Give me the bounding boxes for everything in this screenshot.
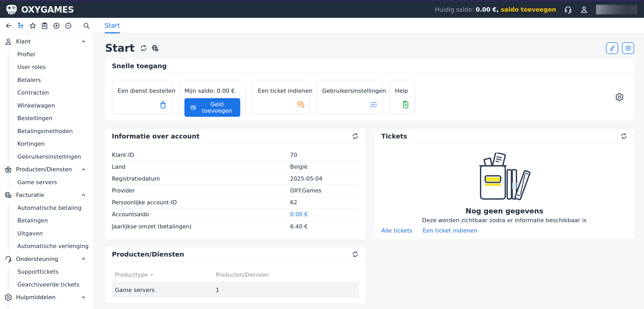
sidebar-item-contracten[interactable]: Contracten [0, 86, 94, 99]
add-balance-link[interactable]: saldo toevoegen [501, 6, 556, 13]
empty-state-subtitle: Deze worden zichtbaar zodra er informati… [422, 217, 587, 223]
tile-help[interactable]: Help [389, 80, 415, 114]
chevron-up-icon [81, 256, 86, 262]
sidebar-item-automatische-betaling[interactable]: Automatische betaling [0, 202, 94, 214]
sidebar-section-label: Ondersteuning [16, 256, 58, 262]
sidebar-item-user-roles[interactable]: User roles [0, 61, 94, 74]
dashboard-settings-button[interactable] [622, 42, 634, 54]
sidebar-item-betalingsmethoden[interactable]: Betalingsmethoden [0, 125, 94, 138]
user-icon [4, 38, 12, 45]
column-producttype[interactable]: Producttype [115, 272, 148, 278]
row-label: Land [112, 164, 290, 170]
zoom-out-icon[interactable] [65, 22, 72, 29]
refresh-icon[interactable] [352, 133, 359, 140]
sidebar-section-klant[interactable]: Klant [0, 35, 94, 48]
tile-label: Een dienst bestellen [118, 88, 167, 94]
chevron-up-icon [81, 39, 86, 44]
row-label: Persoonlijke account-ID [112, 199, 290, 206]
back-arrow-icon[interactable] [5, 22, 13, 29]
products-card: Producten/Diensten Producttype [105, 247, 366, 303]
sidebar-section-producten-diensten[interactable]: Producten/Diensten [0, 163, 94, 176]
sidebar-section-label: Facturatie [16, 192, 44, 198]
username-redacted[interactable] [596, 5, 637, 14]
sidebar-item-supporttickets[interactable]: Supporttickets [0, 265, 94, 278]
clipboard-icon[interactable] [41, 22, 48, 29]
brand-logo[interactable]: OXYGAMES [6, 4, 74, 15]
sidebar-item-winkelwagen[interactable]: Winkelwagen [0, 99, 94, 112]
zoom-in-icon[interactable] [53, 22, 60, 29]
add-funds-label: Geld toevoegen [199, 101, 235, 114]
tile-label: Een ticket indienen [258, 88, 305, 94]
products-title: Producten/Diensten [112, 251, 184, 258]
gear-icon [4, 293, 12, 301]
account-info-row: Jaarlijkse omzet (betalingen) 6.40 € [112, 220, 359, 232]
products-table-row[interactable]: Game servers 1 [112, 282, 359, 298]
support-headset-icon[interactable] [564, 5, 572, 14]
sidebar-item-betalers[interactable]: Betalers [0, 74, 94, 87]
sidebar-section-hulpmiddelen[interactable]: Hulpmiddelen [0, 291, 94, 304]
tile-my-balance: Mijn saldo: 0.00 € Geld toevoegen [179, 80, 246, 114]
sidebar-section-label: Hulpmiddelen [16, 294, 56, 300]
tile-order-service[interactable]: Een dienst bestellen [112, 80, 173, 114]
column-producten-diensten[interactable]: Producten/Diensten [216, 272, 269, 278]
add-funds-button[interactable]: Geld toevoegen [184, 98, 240, 117]
balance-summary: Huidig saldo: 0.00 €, saldo toevoegen [435, 6, 556, 13]
sidebar-section-ondersteuning[interactable]: Ondersteuning [0, 253, 94, 266]
gamepad-skull-logo-icon [6, 4, 18, 15]
all-tickets-link[interactable]: Alle tickets [381, 227, 412, 234]
empty-box-illustration [466, 153, 543, 204]
account-info-row: Provider OXY.Games [112, 185, 359, 197]
account-balance-link[interactable]: 0.00 € [290, 211, 308, 218]
search-icon[interactable] [83, 22, 90, 29]
account-info-row: Registratiedatum 2025-05-04 [112, 173, 359, 185]
sidebar-sublist-hulpmiddelen [0, 304, 94, 309]
tab-start[interactable]: Start [105, 18, 120, 33]
submit-ticket-link[interactable]: Een ticket indienen [423, 227, 477, 234]
sidebar-item-betalingen[interactable]: Betalingen [0, 214, 94, 227]
tile-label: Gebruikersinstellingen [322, 88, 377, 94]
sidebar-item-profiel[interactable]: Profiel [0, 48, 94, 61]
row-label: Accountsaldo [112, 211, 290, 218]
browser-toolbar: Start [0, 18, 644, 34]
sidebar-item-automatische-verlenging[interactable]: Automatische verlenging [0, 240, 94, 253]
chevron-up-icon [81, 167, 86, 172]
chevron-up-icon [81, 295, 86, 300]
account-info-row: Klant-ID 70 [112, 149, 359, 161]
row-label: Klant-ID [112, 152, 290, 158]
balance-value: 0.00 €, [476, 6, 499, 13]
sidebar-item-gebruikersinstellingen[interactable]: Gebruikersinstellingen [0, 150, 94, 163]
account-info-title: Informatie over account [112, 133, 199, 140]
sidebar-item-kortingen[interactable]: Kortingen [0, 137, 94, 150]
sidebar-item-bestellingen[interactable]: Bestellingen [0, 112, 94, 125]
sidebar-item-game-servers[interactable]: Game servers [0, 176, 94, 189]
account-info-row: Persoonlijke account-ID 62 [112, 197, 359, 208]
globe-link-icon[interactable] [151, 44, 159, 52]
tree-view-icon[interactable] [17, 22, 25, 29]
refresh-icon[interactable] [352, 251, 359, 258]
sort-icon[interactable] [150, 273, 154, 277]
app-header: OXYGAMES Huidig saldo: 0.00 €, saldo toe… [0, 1, 644, 18]
refresh-icon[interactable] [140, 44, 148, 52]
quick-access-settings-gear-icon[interactable] [615, 93, 624, 102]
row-value: 62 [290, 199, 297, 206]
sidebar-item-uitgaven[interactable]: Uitgaven [0, 227, 94, 240]
account-info-card: Informatie over account Klant-ID 70 [105, 129, 366, 240]
tile-user-settings[interactable]: Gebruikersinstellingen [316, 80, 383, 114]
products-table-header: Producttype Producten/Diensten [112, 268, 359, 282]
refresh-icon[interactable] [620, 133, 627, 140]
sidebar-section-facturatie[interactable]: Facturatie [0, 189, 94, 202]
product-type-cell: Game servers [115, 287, 216, 293]
quick-access-title: Snelle toegang [112, 62, 167, 70]
tile-submit-ticket[interactable]: Een ticket indienen [252, 80, 310, 114]
edit-dashboard-button[interactable] [606, 42, 618, 54]
headset-icon [4, 255, 12, 263]
account-user-icon[interactable] [580, 5, 588, 14]
favorites-star-icon[interactable] [29, 22, 36, 29]
sidebar-item-gearchiveerde-tickets[interactable]: Gearchiveerde tickets [0, 278, 94, 291]
tile-label: Mijn saldo: 0.00 € [184, 88, 240, 94]
row-label: Provider [112, 187, 290, 194]
row-value: 6.40 € [290, 223, 308, 230]
balance-label: Huidig saldo: [435, 6, 474, 13]
coins-icon [4, 191, 12, 199]
page-title: Start [105, 42, 135, 54]
